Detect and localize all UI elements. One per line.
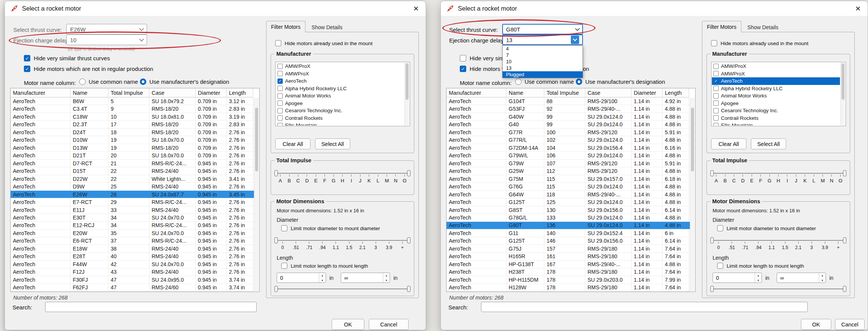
manufacturer-checkbox[interactable] <box>713 100 719 106</box>
motor-row[interactable]: AeroTechHP-G138T167RMS-29/40-...1.14 in4… <box>447 260 690 268</box>
length-min-input[interactable]: 0 <box>277 273 326 283</box>
manufacturer-item[interactable]: Contrail Rockets <box>276 115 404 122</box>
motor-row[interactable]: AeroTechH165R161RMS-29/1801.14 in7.64 in <box>447 253 690 260</box>
manufacturer-item[interactable]: AMW/ProX <box>276 63 404 70</box>
column-header[interactable]: Length <box>227 88 253 97</box>
motor-row[interactable]: AeroTechG40W99SU 29.0x124.01.14 in4.88 i… <box>447 113 690 121</box>
motor-row[interactable]: AeroTechF12J43RMS-24/400.945 in2.76 in <box>11 268 254 276</box>
manufacturer-checkbox[interactable] <box>277 86 283 91</box>
radio-use-manufacturer[interactable]: Use manufacturer's designation <box>140 78 229 85</box>
manufacturer-item[interactable]: AeroTech <box>712 77 840 85</box>
motor-row[interactable]: AeroTechE30T34SU 24.0x70.00.945 in2.76 i… <box>11 214 254 221</box>
motor-row[interactable]: AeroTechD2.3T17RMS-18/200.709 in2.83 in <box>11 121 254 128</box>
motor-row[interactable]: AeroTechE11J33RMS-24/400.945 in2.76 in <box>11 206 254 214</box>
spinner-buttons[interactable] <box>755 273 761 282</box>
spinner-buttons[interactable] <box>819 273 826 282</box>
motor-row[interactable]: AeroTechD10W19SU 18.0x70.00.709 in2.76 i… <box>11 136 254 144</box>
scrollbar-thumb[interactable] <box>406 63 409 100</box>
motor-row[interactable]: AeroTechG80T136SU 29.0x124.01.14 in4.88 … <box>447 222 690 229</box>
motor-row[interactable]: AeroTechG76G115SU 29.0x124.01.14 in4.88 … <box>447 183 690 190</box>
manufacturer-item[interactable]: Cesaroni Technology Inc. <box>712 107 840 115</box>
motor-row[interactable]: AeroTechD24T18RMS-18/200.709 in2.76 in <box>11 129 254 136</box>
limit-diameter-checkbox[interactable]: Limit motor diameter to mount diameter <box>717 225 816 231</box>
length-max-input[interactable]: ∞ <box>341 273 390 283</box>
manufacturer-item[interactable]: AMWProX <box>712 70 840 78</box>
delay-option[interactable]: 10 <box>503 58 583 65</box>
motor-row[interactable]: AeroTechE7-RCT29RMS-R/C-24...0.945 in2.7… <box>11 198 254 206</box>
motor-row[interactable]: AeroTechB6W5SU 18.0x79.20.709 in3.12 in <box>11 97 254 105</box>
length-max-input[interactable]: ∞ <box>777 273 826 283</box>
radio-use-common-name[interactable]: Use common name <box>79 78 138 85</box>
column-header[interactable]: Name <box>71 88 108 97</box>
motor-row[interactable]: AeroTechD7-RCT21RMS-R/C-24...0.945 in2.7… <box>11 160 254 167</box>
delay-option[interactable]: 4 <box>503 45 583 52</box>
manufacturer-item[interactable]: AeroTech <box>276 77 404 85</box>
list-scrollbar[interactable] <box>404 63 409 125</box>
column-header[interactable]: Total Impulse <box>108 88 149 97</box>
slider-handle-max[interactable] <box>407 286 410 292</box>
list-scrollbar[interactable] <box>840 63 845 125</box>
slider-handle-max[interactable] <box>843 286 846 292</box>
limit-diameter-checkbox[interactable]: Limit motor diameter to mount diameter <box>281 225 380 231</box>
motor-row[interactable]: AeroTechE20W35SU 24.0x70.00.945 in2.76 i… <box>11 229 254 237</box>
slider-handle-min[interactable] <box>710 286 714 292</box>
scrollbar-thumb[interactable] <box>691 108 694 171</box>
column-header[interactable]: Manufacturer <box>11 88 71 97</box>
motor-row[interactable]: AeroTechG75J157RMS-29/1801.14 in7.64 in <box>447 245 690 253</box>
motor-row[interactable]: AeroTechE18W38RMS-24/400.945 in2.76 in <box>11 245 254 253</box>
column-header[interactable]: Case <box>149 88 196 97</box>
search-input[interactable] <box>45 302 257 312</box>
motor-row[interactable]: AeroTechG72DM-14A104SU 29.0x156.41.14 in… <box>447 144 690 152</box>
motor-row[interactable]: AeroTechE26W28SU 24.0x87.70.945 in3.45 i… <box>11 191 254 198</box>
column-header[interactable]: Diameter <box>196 88 227 97</box>
ok-button[interactable]: OK <box>801 319 831 330</box>
limit-length-checkbox[interactable]: Limit motor length to mount length <box>281 263 368 269</box>
column-header[interactable]: Length <box>663 88 689 97</box>
hide-used-checkbox[interactable]: Hide motors already used in the mount <box>711 40 808 46</box>
motor-row[interactable]: AeroTechG79W/L106SU 29.0x124.01.14 in4.8… <box>447 152 690 159</box>
manufacturer-checkbox[interactable] <box>277 78 283 84</box>
motor-row[interactable]: AeroTechC18W10SU 18.0x81.00.709 in3.19 i… <box>11 113 254 121</box>
radio-use-common-name[interactable]: Use common name <box>515 78 574 85</box>
manufacturer-item[interactable]: Ellis Mountain <box>712 122 840 125</box>
manufacturer-item[interactable]: AMW/ProX <box>712 63 840 70</box>
table-scrollbar[interactable] <box>254 98 259 291</box>
motor-row[interactable]: AeroTechG77R/L102SU 29.0x124.01.14 in4.8… <box>447 136 690 144</box>
manufacturer-item[interactable]: Alpha Hybrid Rocketry LLC <box>712 85 840 93</box>
motor-row[interactable]: AeroTechG79W107RMS-29/1201.14 in5.91 in <box>447 160 690 167</box>
manufacturer-checkbox[interactable] <box>713 123 719 125</box>
thrust-curve-combo[interactable]: E26W <box>66 24 147 35</box>
tab-filter-motors[interactable]: Filter Motors <box>266 21 306 32</box>
motor-row[interactable]: AeroTechG125T146SU 29.0x156.01.14 in6.14… <box>447 237 690 245</box>
close-icon[interactable]: ✕ <box>855 5 861 13</box>
manufacturer-item[interactable]: Alpha Hybrid Rocketry LLC <box>276 85 404 93</box>
manufacturer-checkbox[interactable] <box>713 64 719 69</box>
motor-row[interactable]: AeroTechE6-RCT37RMS-R/C-24...0.945 in2.7… <box>11 237 254 245</box>
slider-handle-min[interactable] <box>274 286 278 292</box>
radio-use-manufacturer[interactable]: Use manufacturer's designation <box>576 78 665 85</box>
limit-length-checkbox[interactable]: Limit motor length to mount length <box>717 263 804 269</box>
motor-row[interactable]: AeroTechG77R100RMS-29/1201.14 in5.91 in <box>447 129 690 136</box>
ok-button[interactable]: OK <box>332 319 364 330</box>
motor-row[interactable]: AeroTechD22W22White Lightn...0.945 in3.4… <box>11 175 254 183</box>
spinner-buttons[interactable] <box>319 273 326 282</box>
delay-option[interactable]: 13 <box>503 65 583 71</box>
tab-show-details[interactable]: Show Details <box>307 22 347 32</box>
column-header[interactable]: Total Impulse <box>544 88 585 97</box>
manufacturer-checkbox[interactable] <box>713 108 719 113</box>
chevron-down-icon[interactable] <box>571 36 579 44</box>
column-header[interactable]: Name <box>506 88 544 97</box>
cancel-button[interactable]: Cancel <box>835 319 865 330</box>
tab-show-details[interactable]: Show Details <box>743 22 783 32</box>
manufacturer-checkbox[interactable] <box>713 78 719 84</box>
motor-row[interactable]: AeroTechG125T125SU 29.0x124.01.14 in4.88… <box>447 198 690 206</box>
manufacturer-item[interactable]: Contrail Rockets <box>712 115 840 122</box>
motor-row[interactable]: AeroTechG4099SU 29.0x124.01.14 in4.88 in <box>447 121 690 128</box>
manufacturer-checkbox[interactable] <box>277 123 283 125</box>
manufacturer-checkbox[interactable] <box>713 86 719 91</box>
motor-row[interactable]: AeroTechG8ST130SU 29.0x156.01.14 in6.14 … <box>447 206 690 214</box>
manufacturer-item[interactable]: Apogee <box>712 100 840 107</box>
motor-row[interactable]: AeroTechH128W178RMS-29/1801.14 in7.64 in <box>447 284 690 292</box>
spinner-buttons[interactable] <box>383 273 390 282</box>
motor-row[interactable]: AeroTechG11140SU 29.0x152.41.14 in6 in <box>447 229 690 237</box>
